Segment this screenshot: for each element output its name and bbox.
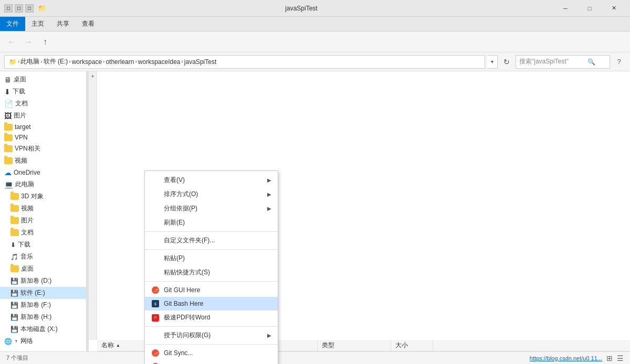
sidebar-label-video2: 视频 [21,204,34,213]
col-header-type[interactable]: 类型 [318,340,391,351]
view-list-icon[interactable]: ☰ [617,354,624,362]
ctx-view-arrow: ▶ [267,177,271,183]
sidebar-label-target: target [15,123,31,131]
ctx-paste[interactable]: 粘贴(P) [145,251,278,265]
sidebar-item-video2[interactable]: 视频 [0,202,86,215]
status-bar: 7 个项目 https://blog.csdn.net/u0 11... ⊞ ☰ [0,351,630,364]
ctx-git-bash-label: Git Bash Here [164,300,203,307]
ctx-git-commit[interactable]: ⎇ Git Commit -> "master"... [145,360,278,364]
folder-icon-images [10,217,19,224]
folder-icon-vpn [4,134,13,141]
pics-icon: 🖼 [4,112,12,120]
ctx-group-label: 分组依据(P) [164,204,197,213]
ctx-customize-label: 自定义文件夹(F)... [164,236,215,245]
sidebar-item-pictures[interactable]: 🖼 图片 [0,110,86,122]
ctx-refresh[interactable]: 刷新(E) [145,216,278,230]
drive-d-icon: 💾 [10,277,18,285]
sidebar-item-video[interactable]: 视频 [0,155,86,167]
sidebar-item-docs[interactable]: 📄 文档 [0,98,86,110]
back-button[interactable]: ← [4,35,19,49]
network-icon: 🌐 [4,338,12,345]
address-dropdown[interactable]: ▾ [487,55,498,69]
menu-share[interactable]: 共享 [50,17,76,31]
ctx-git-gui[interactable]: ⎇ Git GUI Here [145,283,278,297]
folder-icon-3d [10,193,19,200]
close-button[interactable]: ✕ [602,0,626,17]
search-box[interactable]: 🔍 [516,55,610,69]
help-button[interactable]: ? [612,55,626,69]
ctx-git-gui-icon: ⎇ [151,286,160,294]
ctx-group[interactable]: 分组依据(P) ▶ [145,201,278,216]
sidebar-item-onedrive[interactable]: ☁ OneDrive [0,167,86,178]
ctx-pdf-word-label: 极速PDF转Word [164,313,210,322]
ctx-customize[interactable]: 自定义文件夹(F)... [145,233,278,248]
sidebar-label-docs: 文档 [15,99,28,108]
ctx-git-sync[interactable]: ⎇ Git Sync... [145,346,278,360]
scroll-up-arrow[interactable]: ▲ [91,73,95,78]
col-header-size[interactable]: 大小 [391,340,433,351]
path-part-1: 📁 [9,58,17,66]
sidebar-item-network[interactable]: 🌐 ▼ 网络 [0,335,86,347]
sidebar-item-dl2[interactable]: ⬇ 下载 [0,239,86,251]
ctx-pdf-word[interactable]: P 极速PDF转Word [145,311,278,325]
sidebar-label-download: 下载 [13,87,25,96]
sidebar-item-download[interactable]: ⬇ 下载 [0,85,86,98]
menu-home[interactable]: 主页 [25,17,50,31]
search-icon[interactable]: 🔍 [587,58,595,66]
sidebar-item-drive-f[interactable]: 💾 新加卷 (F:) [0,299,86,311]
ctx-sort-arrow: ▶ [267,191,271,197]
refresh-button[interactable]: ↻ [500,55,513,69]
ctx-sort[interactable]: 排序方式(O) ▶ [145,187,278,201]
view-toggle-icons[interactable]: ⊞ [606,354,613,362]
ctx-sep-3 [145,281,278,282]
menu-file[interactable]: 文件 [0,17,25,31]
title-bar: □ □ □ 📁 javaSpiTest ─ □ ✕ [0,0,630,17]
ctx-grant-access[interactable]: 授予访问权限(G) ▶ [145,328,278,342]
sidebar-item-music[interactable]: 🎵 音乐 [0,251,86,263]
sidebar-item-vpn-related[interactable]: VPN相关 [0,143,86,155]
ctx-group-icon [151,205,160,213]
drive-x-icon: 💾 [10,326,18,333]
maximize-button[interactable]: □ [578,0,602,17]
sidebar-item-docs2[interactable]: 文档 [0,227,86,239]
pdf-icon-shape: P [152,314,159,322]
ctx-refresh-icon [151,219,160,227]
sidebar-item-desktop2[interactable]: 桌面 [0,263,86,275]
sidebar-label-pictures: 图片 [14,111,26,120]
sidebar-item-3d[interactable]: 3D 对象 [0,190,86,202]
ctx-refresh-label: 刷新(E) [164,218,185,227]
sidebar-item-drive-x[interactable]: 💾 本地磁盘 (X:) [0,323,86,335]
sidebar-label-onedrive: OneDrive [14,169,40,176]
sidebar-item-drive-d[interactable]: 💾 新加卷 (D:) [0,275,86,287]
ctx-paste-shortcut-label: 粘贴快捷方式(S) [164,268,210,277]
dl2-icon: ⬇ [10,241,16,249]
sidebar-label-docs2: 文档 [21,228,34,237]
address-path[interactable]: 📁 › 此电脑 › 软件 (E:) › workspace › otherlea… [4,55,485,69]
ctx-view[interactable]: 查看(V) ▶ [145,173,278,187]
ctx-paste-shortcut[interactable]: 粘贴快捷方式(S) [145,265,278,280]
download-icon: ⬇ [4,88,10,96]
ctx-grant-access-label: 授予访问权限(G) [164,331,211,340]
sidebar-label-desktop2: 桌面 [21,264,34,273]
sidebar-item-images[interactable]: 图片 [0,215,86,227]
ctx-git-sync-label: Git Sync... [164,349,193,357]
sidebar-label-vpn-related: VPN相关 [15,144,40,153]
sidebar-item-desktop[interactable]: 🖥 桌面 [0,73,86,85]
status-count: 7 个项目 [6,354,28,362]
ctx-git-bash[interactable]: $ Git Bash Here [145,297,278,311]
sidebar-item-drive-h[interactable]: 💾 新加卷 (H:) [0,311,86,323]
ctx-view-icon [151,176,160,185]
minimize-button[interactable]: ─ [553,0,578,17]
sidebar-item-drive-e[interactable]: 💾 软件 (E:) [0,287,86,299]
search-input[interactable] [519,58,587,66]
menu-view[interactable]: 查看 [76,17,101,31]
sidebar-item-target[interactable]: target [0,122,86,132]
status-url: https://blog.csdn.net/u0 11... [530,355,602,361]
sidebar-label-images: 图片 [21,216,34,225]
forward-button[interactable]: → [21,35,36,49]
git-sync-icon-shape: ⎇ [152,349,159,357]
ctx-git-gui-label: Git GUI Here [164,286,200,294]
sidebar-item-thispc[interactable]: 💻 此电脑 [0,178,86,190]
up-button[interactable]: ↑ [38,35,52,49]
sidebar-item-vpn[interactable]: VPN [0,132,86,143]
